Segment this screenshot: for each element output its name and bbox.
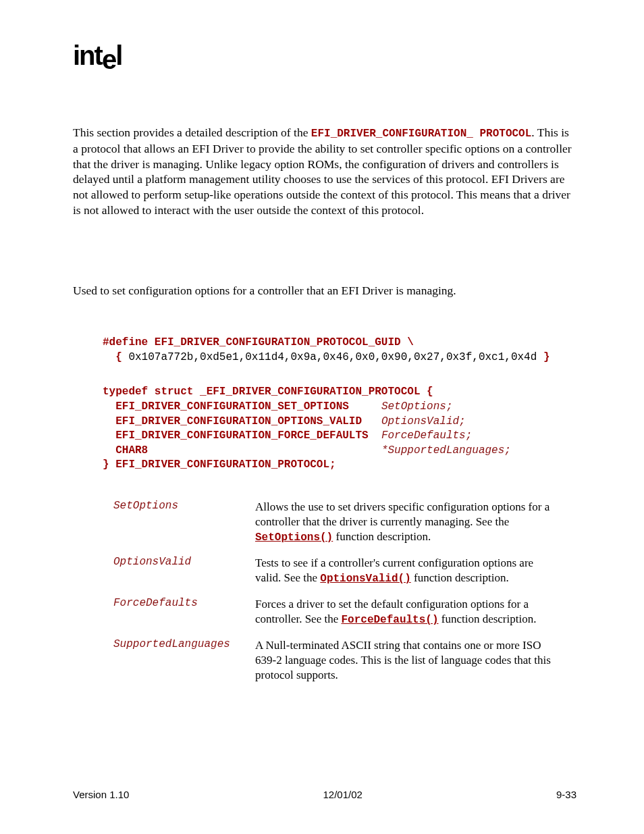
param-row: SupportedLanguages A Null-terminated ASC… xyxy=(113,638,576,683)
f3-type: EFI_DRIVER_CONFIGURATION_FORCE_DEFAULTS xyxy=(103,429,381,442)
footer-date: 12/01/02 xyxy=(323,789,362,800)
param-name: OptionsValid xyxy=(113,556,255,586)
param-desc: Tests to see if a controller's current c… xyxy=(255,556,552,586)
intro-code: EFI_DRIVER_CONFIGURATION_ PROTOCOL xyxy=(311,128,531,140)
param-table: SetOptions Allows the use to set drivers… xyxy=(113,500,576,683)
footer-page: 9-33 xyxy=(556,789,576,800)
p2-post: function description. xyxy=(411,571,509,584)
struct-block: typedef struct _EFI_DRIVER_CONFIGURATION… xyxy=(103,385,576,473)
intro-pre: This section provides a detailed descrip… xyxy=(73,126,311,139)
intel-logo: intel xyxy=(73,41,576,71)
f4-name: *SupportedLanguages; xyxy=(381,444,511,457)
guid-open: { xyxy=(103,351,128,363)
param-row: ForceDefaults Forces a driver to set the… xyxy=(113,597,576,627)
page-footer: Version 1.10 12/01/02 9-33 xyxy=(73,789,576,800)
param-name: SetOptions xyxy=(113,500,255,545)
struct-open: typedef struct _EFI_DRIVER_CONFIGURATION… xyxy=(103,386,433,398)
param-row: SetOptions Allows the use to set drivers… xyxy=(113,500,576,545)
param-row: OptionsValid Tests to see if a controlle… xyxy=(113,556,576,586)
p3-link[interactable]: ForceDefaults() xyxy=(341,614,438,626)
f4-type: CHAR8 xyxy=(103,444,381,457)
struct-close: } EFI_DRIVER_CONFIGURATION_PROTOCOL; xyxy=(103,459,336,471)
p1-pre: Allows the use to set drivers specific c… xyxy=(255,500,549,528)
p1-post: function description. xyxy=(333,530,431,543)
p1-link[interactable]: SetOptions() xyxy=(255,531,333,544)
param-desc: Allows the use to set drivers specific c… xyxy=(255,500,552,545)
param-name: SupportedLanguages xyxy=(113,638,255,683)
guid-line1: #define EFI_DRIVER_CONFIGURATION_PROTOCO… xyxy=(103,336,414,348)
param-desc: A Null-terminated ASCII string that cont… xyxy=(255,638,552,683)
guid-body: 0x107a772b,0xd5e1,0x11d4,0x9a,0x46,0x0,0… xyxy=(128,351,537,363)
param-desc: Forces a driver to set the default confi… xyxy=(255,597,552,627)
summary-text: Used to set configuration options for a … xyxy=(73,283,576,298)
f2-type: EFI_DRIVER_CONFIGURATION_OPTIONS_VALID xyxy=(103,415,381,427)
footer-version: Version 1.10 xyxy=(73,789,129,800)
intro-paragraph: This section provides a detailed descrip… xyxy=(73,125,576,218)
f2-name: OptionsValid; xyxy=(381,415,466,427)
f1-type: EFI_DRIVER_CONFIGURATION_SET_OPTIONS xyxy=(103,400,381,413)
param-name: ForceDefaults xyxy=(113,597,255,627)
guid-block: #define EFI_DRIVER_CONFIGURATION_PROTOCO… xyxy=(103,336,576,365)
p2-link[interactable]: OptionsValid() xyxy=(320,573,410,585)
f1-name: SetOptions; xyxy=(381,400,453,413)
guid-close: } xyxy=(537,351,549,363)
p3-post: function description. xyxy=(439,613,537,625)
f3-name: ForceDefaults; xyxy=(381,429,472,442)
